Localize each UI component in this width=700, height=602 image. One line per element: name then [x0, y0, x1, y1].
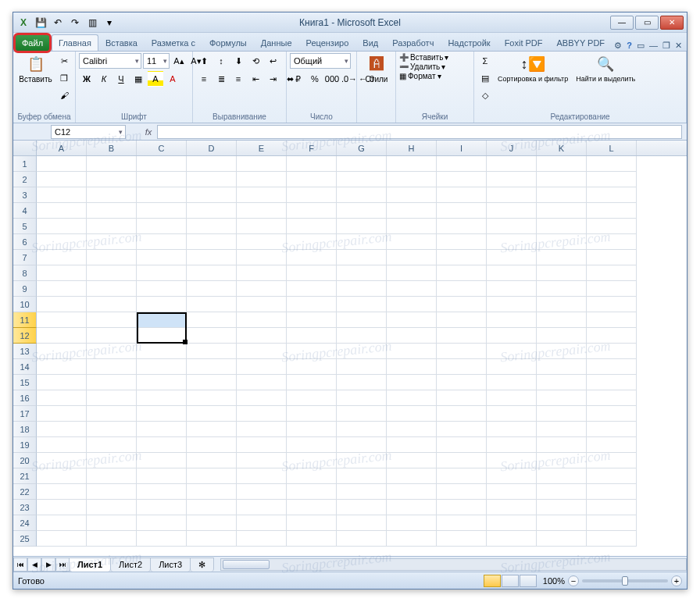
cell[interactable]: [137, 219, 187, 234]
cell[interactable]: [237, 297, 287, 312]
font-color-button[interactable]: A: [165, 71, 180, 87]
cell[interactable]: [537, 187, 587, 203]
row-header[interactable]: 25: [13, 531, 37, 547]
cell[interactable]: [337, 219, 387, 234]
cell[interactable]: [587, 500, 637, 515]
italic-button[interactable]: К: [96, 71, 112, 87]
cell[interactable]: [487, 328, 537, 344]
cell[interactable]: [237, 484, 287, 500]
cell[interactable]: [287, 390, 337, 406]
cell[interactable]: [137, 281, 187, 297]
cell[interactable]: [87, 250, 137, 265]
cell[interactable]: [487, 531, 537, 547]
cell[interactable]: [537, 250, 587, 265]
cell[interactable]: [137, 312, 187, 328]
paste-button[interactable]: 📋 Вставить: [16, 53, 55, 85]
cell[interactable]: [37, 281, 87, 297]
cell[interactable]: [87, 437, 137, 453]
cell[interactable]: [537, 203, 587, 219]
cell[interactable]: [87, 187, 137, 203]
tab-insert[interactable]: Вставка: [98, 34, 145, 51]
cell[interactable]: [387, 344, 437, 359]
undo-button[interactable]: ↶: [51, 16, 65, 30]
cell[interactable]: [487, 219, 537, 234]
border-button[interactable]: ▦: [130, 71, 146, 87]
cell[interactable]: [187, 406, 237, 422]
bold-button[interactable]: Ж: [79, 71, 95, 87]
cell[interactable]: [437, 187, 487, 203]
cell[interactable]: [187, 203, 237, 219]
cell[interactable]: [437, 468, 487, 484]
cell[interactable]: [287, 312, 337, 328]
cell[interactable]: [137, 468, 187, 484]
fill-color-button[interactable]: A: [148, 71, 163, 87]
cell[interactable]: [337, 312, 387, 328]
select-all-corner[interactable]: [13, 141, 37, 155]
sort-filter-button[interactable]: ↕🔽 Сортировка и фильтр: [495, 53, 571, 84]
row-header[interactable]: 14: [13, 359, 37, 375]
cell[interactable]: [487, 203, 537, 219]
fill-button[interactable]: ▤: [477, 70, 493, 86]
underline-button[interactable]: Ч: [113, 71, 129, 87]
cell[interactable]: [437, 234, 487, 250]
fx-button[interactable]: fx: [140, 127, 157, 137]
cell[interactable]: [137, 406, 187, 422]
cell[interactable]: [487, 453, 537, 468]
cell[interactable]: [87, 203, 137, 219]
cell[interactable]: [337, 406, 387, 422]
cell[interactable]: [337, 484, 387, 500]
currency-button[interactable]: ₽: [290, 71, 305, 87]
sheet-tab[interactable]: Лист2: [110, 557, 151, 572]
cell[interactable]: [337, 531, 387, 547]
cell[interactable]: [337, 500, 387, 515]
cell[interactable]: [237, 219, 287, 234]
cell[interactable]: [187, 437, 237, 453]
cell[interactable]: [337, 375, 387, 390]
cell[interactable]: [487, 437, 537, 453]
cell[interactable]: [237, 531, 287, 547]
cell[interactable]: [587, 187, 637, 203]
cell[interactable]: [337, 187, 387, 203]
grid-rows[interactable]: 1234567891011121314151617181920212223242…: [13, 156, 687, 556]
insert-cells-button[interactable]: ➕Вставить ▾: [399, 53, 448, 62]
format-painter-button[interactable]: 🖌: [56, 87, 72, 103]
cell[interactable]: [137, 187, 187, 203]
cell[interactable]: [37, 265, 87, 281]
cell[interactable]: [337, 328, 387, 344]
cell[interactable]: [187, 500, 237, 515]
cell[interactable]: [187, 265, 237, 281]
cell[interactable]: [437, 203, 487, 219]
view-page-layout-button[interactable]: [502, 575, 519, 587]
cell[interactable]: [437, 312, 487, 328]
cell[interactable]: [37, 437, 87, 453]
row-header[interactable]: 15: [13, 375, 37, 390]
cell[interactable]: [587, 484, 637, 500]
cell[interactable]: [37, 468, 87, 484]
cell[interactable]: [487, 250, 537, 265]
cell[interactable]: [487, 359, 537, 375]
cell[interactable]: [237, 250, 287, 265]
cell[interactable]: [537, 500, 587, 515]
cell[interactable]: [437, 515, 487, 531]
cell[interactable]: [137, 375, 187, 390]
cell[interactable]: [337, 422, 387, 437]
row-header[interactable]: 23: [13, 500, 37, 515]
cell[interactable]: [187, 422, 237, 437]
cell[interactable]: [287, 468, 337, 484]
cell[interactable]: [237, 359, 287, 375]
cell[interactable]: [587, 375, 637, 390]
align-right-button[interactable]: ≡: [230, 71, 246, 87]
cell[interactable]: [37, 406, 87, 422]
zoom-thumb[interactable]: [622, 576, 628, 586]
cell[interactable]: [87, 453, 137, 468]
cell[interactable]: [587, 468, 637, 484]
cell[interactable]: [237, 281, 287, 297]
cell[interactable]: [137, 297, 187, 312]
cell[interactable]: [537, 406, 587, 422]
cell[interactable]: [237, 468, 287, 484]
cell[interactable]: [187, 187, 237, 203]
cut-button[interactable]: ✂: [56, 53, 72, 69]
row-header[interactable]: 4: [13, 203, 37, 219]
cell[interactable]: [487, 172, 537, 187]
cell[interactable]: [237, 437, 287, 453]
